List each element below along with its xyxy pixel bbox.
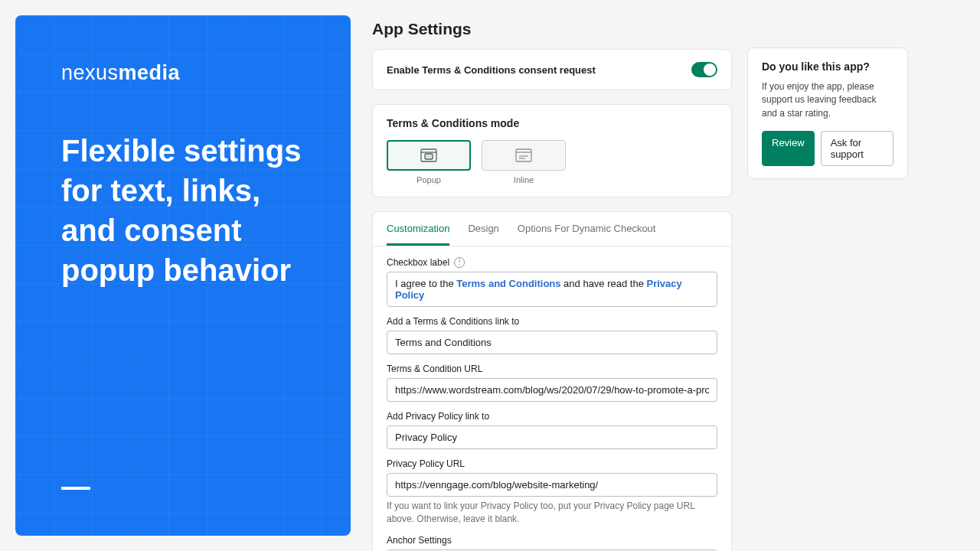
enable-card: Enable Terms & Conditions consent reques… <box>372 49 732 90</box>
feedback-title: Do you like this app? <box>762 60 893 73</box>
promo-divider <box>61 487 90 490</box>
tab-design[interactable]: Design <box>468 212 498 246</box>
tc-url-label: Terms & Condition URL <box>387 364 717 374</box>
info-icon[interactable]: ! <box>454 257 465 268</box>
mode-label-inline: Inline <box>482 175 566 184</box>
mode-option-popup[interactable] <box>387 140 471 171</box>
enable-label: Enable Terms & Conditions consent reques… <box>387 64 596 76</box>
customization-card: Customization Design Options For Dynamic… <box>372 211 732 551</box>
checkbox-label-title: Checkbox label ! <box>387 257 717 268</box>
tab-customization[interactable]: Customization <box>387 212 449 246</box>
tc-url-input[interactable] <box>387 378 717 402</box>
promo-panel: nexusmedia Flexible settings for text, l… <box>15 15 351 536</box>
mode-option-inline[interactable] <box>482 140 566 171</box>
window-icon <box>515 148 532 162</box>
mode-label-popup: Popup <box>387 175 471 184</box>
brand-logo: nexusmedia <box>61 61 305 85</box>
tc-link-input[interactable] <box>387 331 717 354</box>
ask-support-button[interactable]: Ask for support <box>821 131 893 166</box>
pp-url-input[interactable] <box>387 473 717 497</box>
svg-rect-2 <box>425 154 433 159</box>
pp-url-label: Privacy Policy URL <box>387 458 717 469</box>
pp-help-text: If you want to link your Privacy Policy … <box>387 500 717 526</box>
mode-title: Terms & Conditions mode <box>387 117 717 129</box>
brand-prefix: nexus <box>61 61 119 84</box>
tab-dynamic-checkout[interactable]: Options For Dynamic Checkout <box>518 212 656 246</box>
promo-headline: Flexible settings for text, links, and c… <box>61 131 305 290</box>
feedback-card: Do you like this app? If you enjoy the a… <box>747 47 908 179</box>
enable-toggle[interactable] <box>691 62 717 77</box>
tc-link-label: Add a Terms & Conditions link to <box>387 316 717 327</box>
pp-link-label: Add Privacy Policy link to <box>387 411 717 422</box>
anchor-label: Anchor Settings <box>387 535 717 546</box>
checkbox-label-input[interactable]: I agree to the Terms and Conditions and … <box>387 272 717 307</box>
mode-card: Terms & Conditions mode Popup Inline <box>372 104 732 197</box>
brand-bold: media <box>119 61 181 84</box>
window-icon <box>420 148 437 162</box>
pp-link-input[interactable] <box>387 425 717 449</box>
svg-rect-3 <box>516 149 531 161</box>
checkbox-label-link-terms[interactable]: Terms and Conditions <box>456 278 560 289</box>
tab-bar: Customization Design Options For Dynamic… <box>373 212 731 246</box>
feedback-text: If you enjoy the app, please support us … <box>762 80 893 120</box>
review-button[interactable]: Review <box>762 131 815 166</box>
page-title: App Settings <box>372 20 732 38</box>
